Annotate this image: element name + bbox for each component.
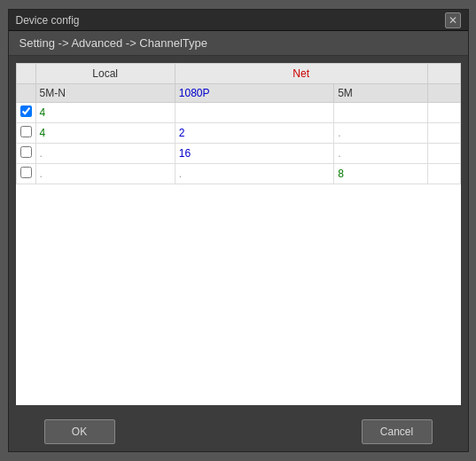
table-row: 42. — [16, 123, 460, 144]
col-header-1080p: 1080P — [175, 84, 333, 103]
close-button[interactable]: ✕ — [445, 12, 461, 28]
row-col2: 16 — [175, 144, 333, 164]
breadcrumb-text: Setting -> Advanced -> ChannelType — [20, 36, 207, 50]
checkbox-group-header — [16, 64, 35, 84]
table-row: 4 — [16, 103, 460, 123]
row-checkbox-cell[interactable] — [16, 144, 35, 164]
col-header-row: 5M-N 1080P 5M — [16, 84, 460, 103]
window-title: Device config — [16, 14, 80, 27]
row-checkbox[interactable] — [20, 167, 32, 178]
row-col1: 4 — [35, 103, 175, 123]
content-area: Local Net 5M-N 1080P 5M 442..16...8 — [9, 56, 468, 412]
row-col1: 4 — [35, 123, 175, 144]
ok-button[interactable]: OK — [44, 419, 115, 444]
row-col4 — [427, 164, 460, 184]
row-col4 — [427, 123, 460, 144]
extra-group-header — [427, 64, 460, 84]
checkbox-col-header — [16, 84, 35, 103]
row-col1: . — [35, 164, 175, 184]
row-checkbox-cell[interactable] — [16, 123, 35, 144]
row-col3 — [334, 103, 427, 123]
row-col4 — [427, 103, 460, 123]
row-col3: 8 — [334, 164, 427, 184]
row-checkbox[interactable] — [20, 126, 32, 137]
row-col3: . — [334, 144, 427, 164]
row-checkbox[interactable] — [20, 146, 32, 158]
row-col2 — [175, 103, 333, 123]
row-col2: 2 — [175, 123, 333, 144]
row-checkbox-cell[interactable] — [16, 164, 35, 184]
device-config-window: Device config ✕ Setting -> Advanced -> C… — [8, 9, 469, 452]
row-checkbox[interactable] — [20, 105, 32, 117]
footer: OK Cancel — [9, 412, 468, 451]
table-body: 442..16...8 — [16, 103, 460, 184]
channel-type-table-container: Local Net 5M-N 1080P 5M 442..16...8 — [16, 63, 461, 405]
row-col3: . — [334, 123, 427, 144]
title-bar: Device config ✕ — [9, 10, 468, 31]
net-group-header: Net — [175, 64, 427, 84]
table-row: .16. — [16, 144, 460, 164]
col-header-extra — [427, 84, 460, 103]
row-col4 — [427, 144, 460, 164]
table-row: ..8 — [16, 164, 460, 184]
group-header-row: Local Net — [16, 64, 460, 84]
local-group-header: Local — [35, 64, 175, 84]
cancel-button[interactable]: Cancel — [362, 419, 433, 444]
breadcrumb: Setting -> Advanced -> ChannelType — [9, 31, 468, 56]
col-header-5m: 5M — [334, 84, 427, 103]
col-header-5mn: 5M-N — [35, 84, 175, 103]
row-col2: . — [175, 164, 333, 184]
row-col1: . — [35, 144, 175, 164]
row-checkbox-cell[interactable] — [16, 103, 35, 123]
channel-type-table: Local Net 5M-N 1080P 5M 442..16...8 — [16, 63, 461, 184]
